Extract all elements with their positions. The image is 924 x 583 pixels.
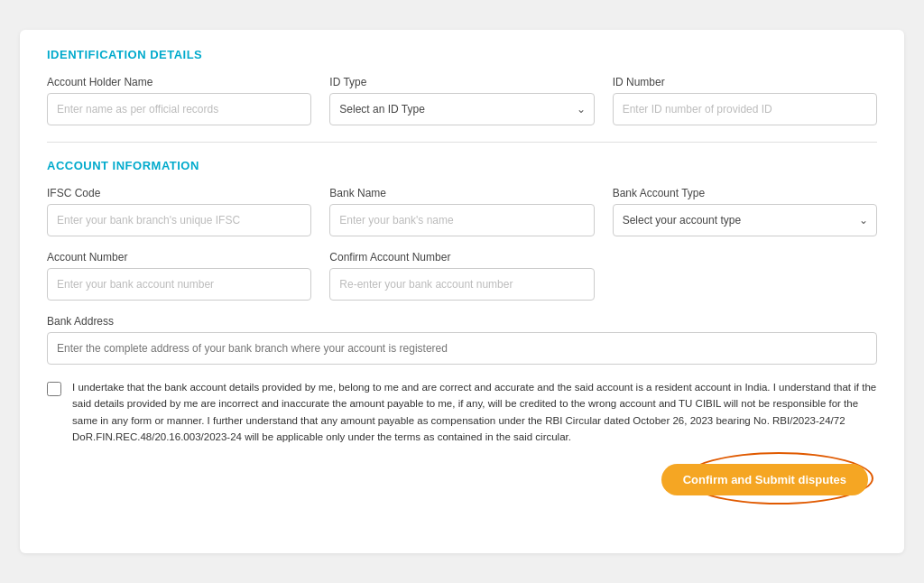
bank-address-label: Bank Address bbox=[47, 315, 877, 328]
id-number-group: ID Number bbox=[613, 76, 877, 125]
ifsc-code-input[interactable] bbox=[47, 204, 311, 236]
submit-button[interactable]: Confirm and Submit disputes bbox=[661, 464, 868, 495]
id-type-group: ID Type Select an ID Type Aadhaar Card P… bbox=[329, 76, 594, 125]
bottom-bar: Confirm and Submit disputes bbox=[47, 464, 877, 495]
declaration-text: I undertake that the bank account detail… bbox=[72, 379, 877, 446]
confirm-account-number-input[interactable] bbox=[329, 268, 594, 301]
account-holder-name-input[interactable] bbox=[47, 93, 311, 125]
bank-address-input[interactable] bbox=[47, 332, 877, 365]
confirm-account-number-group: Confirm Account Number bbox=[329, 251, 594, 301]
id-type-select[interactable]: Select an ID Type Aadhaar Card PAN Card … bbox=[329, 93, 594, 125]
ifsc-code-label: IFSC Code bbox=[47, 187, 311, 199]
bank-account-type-select-wrapper: Select your account type Savings Account… bbox=[613, 204, 877, 236]
bank-address-group: Bank Address bbox=[47, 315, 877, 365]
account-holder-name-group: Account Holder Name bbox=[47, 76, 311, 125]
account-row-1: IFSC Code Bank Name Bank Account Type Se… bbox=[47, 187, 877, 236]
declaration-section: I undertake that the bank account detail… bbox=[47, 379, 877, 446]
identification-section-title: IDENTIFICATION DETAILS bbox=[47, 48, 877, 61]
id-number-input[interactable] bbox=[613, 93, 877, 125]
account-information-section: ACCOUNT INFORMATION IFSC Code Bank Name … bbox=[47, 159, 877, 365]
account-row-3: Bank Address bbox=[47, 315, 877, 365]
bank-name-group: Bank Name bbox=[329, 187, 594, 236]
account-holder-name-label: Account Holder Name bbox=[47, 76, 311, 88]
id-number-label: ID Number bbox=[613, 76, 877, 88]
account-section-title: ACCOUNT INFORMATION bbox=[47, 159, 877, 172]
section-divider bbox=[47, 142, 877, 143]
id-type-select-wrapper: Select an ID Type Aadhaar Card PAN Card … bbox=[329, 93, 594, 125]
identification-section: IDENTIFICATION DETAILS Account Holder Na… bbox=[47, 48, 877, 125]
bank-name-label: Bank Name bbox=[329, 187, 594, 199]
bank-account-type-select[interactable]: Select your account type Savings Account… bbox=[613, 204, 877, 236]
account-number-label: Account Number bbox=[47, 251, 311, 264]
bank-name-input[interactable] bbox=[329, 204, 594, 236]
ifsc-code-group: IFSC Code bbox=[47, 187, 311, 236]
declaration-checkbox[interactable] bbox=[47, 382, 61, 396]
main-container: IDENTIFICATION DETAILS Account Holder Na… bbox=[20, 30, 904, 553]
account-number-group: Account Number bbox=[47, 251, 311, 301]
id-type-label: ID Type bbox=[329, 76, 594, 88]
submit-btn-container: Confirm and Submit disputes bbox=[661, 464, 868, 495]
bank-account-type-label: Bank Account Type bbox=[613, 187, 877, 199]
account-row-2: Account Number Confirm Account Number bbox=[47, 251, 877, 301]
bank-account-type-group: Bank Account Type Select your account ty… bbox=[613, 187, 877, 236]
confirm-account-number-label: Confirm Account Number bbox=[329, 251, 594, 264]
identification-form-row: Account Holder Name ID Type Select an ID… bbox=[47, 76, 877, 125]
account-number-input[interactable] bbox=[47, 268, 311, 301]
